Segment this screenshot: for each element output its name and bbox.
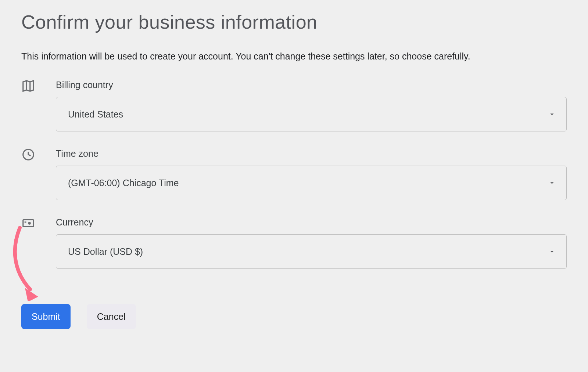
map-icon <box>21 79 35 93</box>
page-title: Confirm your business information <box>21 11 567 33</box>
value-currency: US Dollar (USD $) <box>68 246 143 257</box>
label-billing-country: Billing country <box>56 80 567 90</box>
cancel-button[interactable]: Cancel <box>87 304 136 329</box>
action-row: Submit Cancel <box>21 304 567 329</box>
value-billing-country: United States <box>68 109 123 120</box>
svg-point-6 <box>28 222 31 224</box>
label-time-zone: Time zone <box>56 148 567 159</box>
row-billing-country: Billing country United States <box>21 80 567 131</box>
page-container: Confirm your business information This i… <box>0 0 588 372</box>
svg-marker-0 <box>23 81 34 91</box>
field-billing-country: Billing country United States <box>56 80 567 131</box>
submit-button[interactable]: Submit <box>21 304 71 329</box>
select-currency[interactable]: US Dollar (USD $) <box>56 234 567 269</box>
row-currency: Currency US Dollar (USD $) <box>21 217 567 269</box>
page-subtitle: This information will be used to create … <box>21 50 567 63</box>
chevron-down-icon <box>548 248 556 256</box>
value-time-zone: (GMT-06:00) Chicago Time <box>68 178 179 188</box>
form-container: Billing country United States Time zone <box>21 80 567 329</box>
chevron-down-icon <box>548 110 556 118</box>
chevron-down-icon <box>548 179 556 187</box>
clock-icon <box>21 148 35 162</box>
row-time-zone: Time zone (GMT-06:00) Chicago Time <box>21 148 567 200</box>
select-time-zone[interactable]: (GMT-06:00) Chicago Time <box>56 166 567 200</box>
field-time-zone: Time zone (GMT-06:00) Chicago Time <box>56 148 567 200</box>
label-currency: Currency <box>56 217 567 228</box>
svg-rect-5 <box>25 221 26 223</box>
select-billing-country[interactable]: United States <box>56 97 567 131</box>
field-currency: Currency US Dollar (USD $) <box>56 217 567 269</box>
card-icon <box>21 216 35 230</box>
